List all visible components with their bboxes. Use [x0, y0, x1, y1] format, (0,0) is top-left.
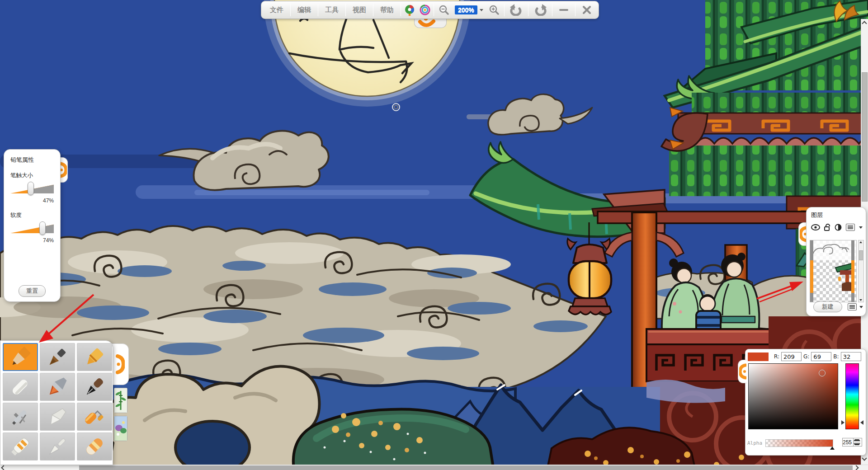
zoom-value-badge[interactable]: 200%: [455, 5, 477, 14]
tool-brush-pen[interactable]: [40, 343, 75, 371]
separator: [552, 4, 552, 16]
layer-list-scrollbar[interactable]: [858, 240, 864, 302]
tab-handle-icon: [739, 362, 746, 381]
layer-menu-icon[interactable]: [846, 224, 855, 231]
alpha-value: 255: [843, 439, 853, 446]
zoom-level[interactable]: 200%: [453, 2, 485, 18]
horizontal-scrollbar[interactable]: [0, 465, 868, 470]
panel-title: 铅笔属性: [10, 156, 54, 164]
visibility-eye-icon[interactable]: [811, 224, 820, 230]
color-panel-tab[interactable]: [738, 360, 747, 383]
blend-contrast-icon[interactable]: [835, 224, 842, 231]
color-picker-panel: R: G: B: Alpha 255: [745, 349, 866, 456]
separator: [373, 4, 373, 16]
alpha-slider[interactable]: [765, 439, 833, 447]
zoom-out-button[interactable]: [435, 2, 453, 18]
g-label: G:: [803, 353, 809, 360]
saturation-value-field[interactable]: [748, 363, 838, 429]
layer-thumbnail-sketch: [810, 240, 857, 260]
softness-slider-thumb[interactable]: [39, 221, 46, 235]
separator: [290, 4, 291, 16]
softness-label: 软度: [10, 212, 54, 219]
separator: [318, 4, 318, 16]
lock-icon[interactable]: [824, 224, 830, 231]
tool-paintbrush[interactable]: [40, 373, 75, 401]
tool-pencil[interactable]: [3, 343, 38, 371]
separator: [434, 4, 434, 16]
mascot-icon-2[interactable]: [417, 2, 433, 18]
softness-slider[interactable]: [10, 221, 54, 236]
menu-edit[interactable]: 编辑: [292, 2, 317, 18]
menu-tools[interactable]: 工具: [319, 2, 344, 18]
layer-thumbnail-painting: [810, 260, 857, 293]
panel-title: 图层: [811, 211, 863, 219]
hue-marker-right[interactable]: [860, 420, 863, 425]
tool-paint-tube[interactable]: [3, 432, 38, 461]
mascot-icon-1[interactable]: [402, 2, 417, 18]
spin-up-icon[interactable]: [854, 438, 860, 442]
scroll-right-icon[interactable]: [854, 465, 859, 470]
undo-button[interactable]: [505, 2, 527, 18]
color-cursor[interactable]: [819, 370, 826, 376]
pattern-texture-button[interactable]: [114, 416, 127, 441]
hue-marker-left[interactable]: [841, 420, 844, 425]
brush-palette: [0, 340, 113, 465]
reset-button[interactable]: 重置: [19, 285, 46, 297]
layers-menu-icon[interactable]: [848, 303, 857, 310]
close-button[interactable]: [576, 2, 597, 18]
menu-file[interactable]: 文件: [264, 2, 289, 18]
minimize-button[interactable]: [553, 2, 574, 18]
app-window: 文件 编辑 工具 视图 帮助 200%: [0, 0, 868, 470]
layer-list[interactable]: [810, 240, 857, 302]
b-input[interactable]: [841, 352, 861, 361]
hue-slider[interactable]: [845, 363, 859, 429]
brush-palette-tab[interactable]: [112, 343, 129, 385]
brush-size-value: 47%: [10, 197, 54, 204]
separator: [575, 4, 576, 16]
chevron-down-icon[interactable]: [859, 226, 863, 229]
g-input[interactable]: [811, 352, 831, 361]
horizontal-scrollbar-thumb[interactable]: [79, 465, 853, 470]
scroll-left-icon[interactable]: [1, 465, 6, 470]
tool-round-brush[interactable]: [40, 432, 75, 461]
softness-value: 74%: [10, 237, 54, 244]
drawing-canvas[interactable]: [0, 0, 868, 470]
brush-size-slider[interactable]: [10, 181, 54, 197]
alpha-value-box[interactable]: 255: [842, 438, 862, 446]
tool-paint-roller[interactable]: [77, 403, 112, 431]
tool-eraser-crayon[interactable]: [77, 432, 112, 461]
redo-button[interactable]: [529, 2, 551, 18]
vertical-scrollbar-thumb[interactable]: [862, 72, 868, 202]
zoom-in-button[interactable]: [485, 2, 503, 18]
scroll-down-icon[interactable]: [859, 299, 862, 301]
scroll-up-icon[interactable]: [862, 21, 867, 26]
r-input[interactable]: [781, 352, 802, 361]
bamboo-texture-button[interactable]: [114, 388, 127, 413]
tool-crayon[interactable]: [77, 343, 112, 371]
toolbar: 文件 编辑 工具 视图 帮助 200%: [261, 1, 599, 19]
r-label: R:: [774, 353, 779, 360]
chevron-down-icon[interactable]: [480, 9, 483, 11]
new-layer-button[interactable]: 新建: [813, 301, 842, 312]
spin-down-icon[interactable]: [854, 442, 860, 446]
menu-help[interactable]: 帮助: [374, 2, 400, 18]
alpha-marker[interactable]: [830, 446, 835, 450]
alpha-label: Alpha: [747, 440, 765, 446]
chevron-down-icon[interactable]: [859, 306, 863, 308]
brush-size-slider-thumb[interactable]: [28, 182, 34, 195]
scrollbar-thumb[interactable]: [859, 250, 863, 260]
pencil-properties-panel: 铅笔属性 笔触大小 47% 软度 74% 重置: [4, 149, 61, 302]
separator: [345, 4, 346, 16]
separator: [401, 4, 401, 16]
current-color-swatch: [748, 352, 769, 361]
menu-view[interactable]: 视图: [347, 2, 372, 18]
brush-size-label: 笔触大小: [10, 172, 54, 179]
tool-ink-pen[interactable]: [77, 373, 112, 401]
layers-panel: 图层: [806, 207, 866, 316]
scroll-up-icon[interactable]: [859, 241, 862, 243]
scroll-down-icon[interactable]: [862, 456, 867, 461]
tool-airbrush[interactable]: [3, 403, 38, 431]
tool-flat-brush[interactable]: [40, 403, 75, 431]
tool-chalk[interactable]: [3, 373, 38, 401]
separator: [528, 4, 528, 16]
